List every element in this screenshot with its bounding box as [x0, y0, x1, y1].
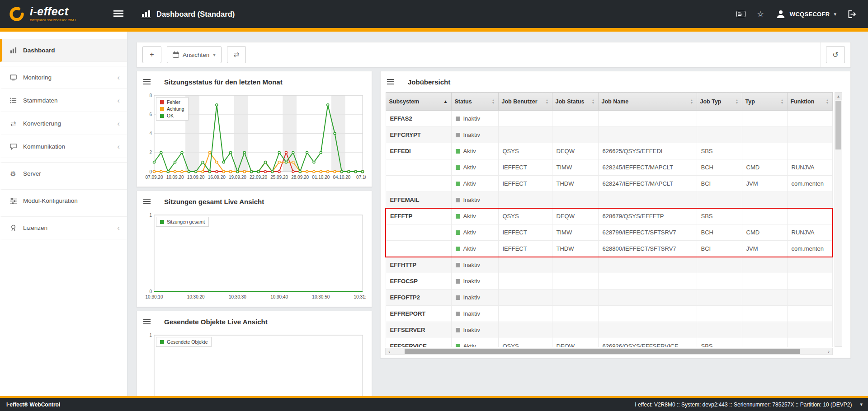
user-menu[interactable]: WCQSECOFR ▾: [776, 9, 836, 19]
logout-button[interactable]: [848, 10, 857, 18]
sidebar-item-dashboard[interactable]: Dashboard: [0, 39, 127, 62]
sidebar-item-monitoring[interactable]: Monitoring ‹: [0, 66, 127, 89]
sessions-month-chart: 0246807.09.2010.09.2013.09.2016.09.2019.…: [142, 92, 366, 182]
cell: [498, 192, 552, 208]
views-dropdown[interactable]: Ansichten ▾: [167, 46, 222, 63]
column-header-job-benutzer[interactable]: Job Benutzer▲▼: [498, 93, 552, 111]
sort-icon: ▲▼: [492, 99, 495, 104]
footer-scroll-down-icon[interactable]: ▾: [860, 402, 863, 407]
cell: JVM: [742, 176, 787, 192]
table-row[interactable]: EFFOFTP2Inaktiv: [386, 290, 832, 306]
cell: [552, 290, 598, 306]
history-button[interactable]: ↺: [826, 46, 845, 63]
cell: CMD: [742, 159, 787, 176]
cell: [598, 322, 697, 338]
sidebar-item-server[interactable]: ⚙ Server: [0, 162, 127, 185]
cell-status: Aktiv: [451, 176, 498, 192]
cell: SBS: [697, 208, 742, 224]
sort-icon: ▲▼: [826, 99, 829, 104]
favorites-button[interactable]: ☆: [757, 9, 764, 19]
cell: IEFFECT: [498, 159, 552, 176]
column-header-status[interactable]: Status▲▼: [451, 93, 498, 111]
svg-text:19.09.20: 19.09.20: [229, 175, 246, 180]
vertical-scroll-thumb[interactable]: [835, 101, 841, 149]
cell: [552, 257, 598, 273]
sidebar-item-stammdaten[interactable]: Stammdaten ‹: [0, 89, 127, 112]
exchange-icon: ⇄: [9, 120, 17, 127]
panel-menu-button[interactable]: [143, 199, 151, 204]
refresh-button[interactable]: ⇄: [227, 46, 246, 63]
toolbar-right: ↺: [820, 42, 850, 67]
horizontal-scrollbar[interactable]: ‹ ›: [385, 348, 833, 355]
table-row[interactable]: EFFFTPAktivQSYSDEQW628679/QSYS/EFFFTPSBS: [386, 208, 832, 224]
cell-subsystem: EFFFTP: [386, 208, 451, 224]
sidebar-item-label: Monitoring: [23, 74, 52, 81]
table-row[interactable]: EFFHTTPInaktiv: [386, 257, 832, 273]
column-header-job-status[interactable]: Job Status▲▼: [552, 93, 598, 111]
cell: [697, 257, 742, 273]
sidebar-item-konvertierung[interactable]: ⇄ Konvertierung ‹: [0, 112, 127, 135]
table-row[interactable]: AktivIEFFECTTHDW628800/IEFFECT/SFTSRV7BC…: [386, 241, 832, 257]
dashboard-icon: [9, 47, 17, 54]
chart-legend: Sitzungen gesamt: [156, 217, 209, 227]
column-header-job-typ[interactable]: Job Typ▲▼: [697, 93, 742, 111]
table-row[interactable]: EFFREPORTInaktiv: [386, 306, 832, 322]
column-header-typ[interactable]: Typ▲▼: [742, 93, 787, 111]
table-row[interactable]: EFFCRYPTInaktiv: [386, 127, 832, 143]
dashboard-toolbar: + Ansichten ▾ ⇄ ↺: [137, 42, 851, 67]
logo-text: i-effect: [30, 6, 75, 17]
cell: [697, 322, 742, 338]
console-button[interactable]: [736, 11, 745, 17]
logo[interactable]: i-effect integrated solutions for IBM i: [0, 5, 102, 23]
cell-subsystem: EFFOFTP2: [386, 290, 451, 306]
table-row[interactable]: AktivIEFFECTTIMW628245/IEFFECT/MAPCLTBCH…: [386, 159, 832, 176]
scroll-up-button[interactable]: ▲: [835, 93, 842, 100]
table-row[interactable]: AktivIEFFECTTIMW628799/IEFFECT/SFTSRV7BC…: [386, 224, 832, 241]
cell-subsystem: [386, 176, 451, 192]
horizontal-scroll-thumb[interactable]: [405, 349, 800, 354]
sidebar-item-modul-konfiguration[interactable]: Modul-Konfiguration: [0, 189, 127, 212]
sidebar-item-kommunikation[interactable]: Kommunikation ‹: [0, 135, 127, 158]
chevron-down-icon: ▾: [834, 11, 836, 17]
column-header-funktion[interactable]: Funktion▲▼: [787, 93, 832, 111]
chat-bubble-icon: [9, 143, 17, 150]
svg-text:1: 1: [149, 333, 152, 338]
table-row[interactable]: EFFSERVICEAktivQSYSDEQW626926/QSYS/EFFSE…: [386, 338, 832, 347]
status-square-icon: [456, 182, 460, 186]
svg-text:04.10.20: 04.10.20: [333, 175, 350, 180]
top-navbar: i-effect integrated solutions for IBM i …: [0, 0, 868, 28]
panel-menu-button[interactable]: [143, 79, 151, 84]
add-widget-button[interactable]: +: [142, 46, 161, 63]
cell: QSYS: [498, 338, 552, 347]
table-row[interactable]: EFFAS2Inaktiv: [386, 111, 832, 127]
sidebar-item-label: Dashboard: [23, 47, 55, 54]
column-header-subsystem[interactable]: Subsystem▲: [386, 93, 451, 111]
table-row[interactable]: EFFOCSPInaktiv: [386, 273, 832, 290]
chevron-left-icon: ‹: [117, 97, 120, 104]
table-row[interactable]: EFFEDIAktivQSYSDEQW626625/QSYS/EFFEDISBS: [386, 143, 832, 159]
table-row[interactable]: AktivIEFFECTTHDW628247/IEFFECT/MAPCLTBCI…: [386, 176, 832, 192]
panel-menu-button[interactable]: [387, 79, 394, 84]
chevron-down-icon: ▾: [213, 52, 216, 58]
panel-menu-button[interactable]: [143, 319, 151, 324]
scroll-right-button[interactable]: ›: [825, 348, 832, 355]
column-header-job-name[interactable]: Job Name▲▼: [598, 93, 697, 111]
sidebar: Dashboard Monitoring ‹ Stammdaten ‹ ⇄ Ko…: [0, 32, 127, 396]
legend-label: OK: [167, 113, 174, 118]
cell-status: Inaktiv: [451, 322, 498, 338]
sidebar-item-lizenzen[interactable]: Lizenzen ‹: [0, 216, 127, 239]
table-row[interactable]: EFFEMAILInaktiv: [386, 192, 832, 208]
cell: [787, 208, 832, 224]
sidebar-toggle-button[interactable]: [113, 10, 123, 19]
cell-status: Aktiv: [451, 143, 498, 159]
cell: [697, 306, 742, 322]
svg-text:16.09.20: 16.09.20: [208, 175, 226, 180]
status-bar: i-effect® WebControl i-effect: V2R8M0 ::…: [0, 396, 868, 411]
status-square-icon: [456, 165, 460, 170]
svg-text:10:30:50: 10:30:50: [312, 294, 330, 299]
cell: THDW: [552, 241, 598, 257]
username: WCQSECOFR: [790, 11, 830, 18]
vertical-scrollbar[interactable]: ▲: [835, 92, 842, 347]
table-row[interactable]: EFFSERVERInaktiv: [386, 322, 832, 338]
scroll-left-button[interactable]: ‹: [386, 348, 393, 355]
